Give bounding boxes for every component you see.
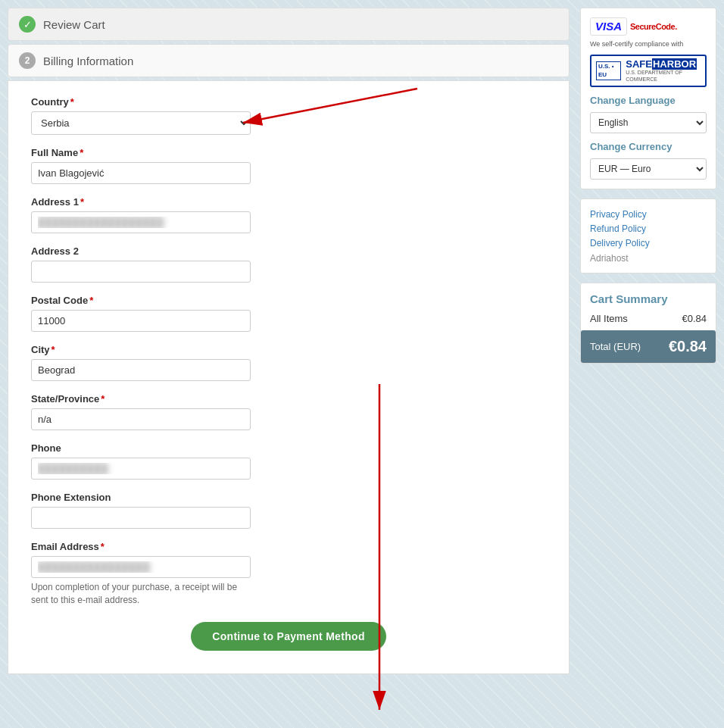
privacy-policy-link[interactable]: Privacy Policy xyxy=(590,209,647,220)
country-label: Country* xyxy=(31,96,546,108)
fullname-input[interactable] xyxy=(31,162,251,184)
phone-group: Phone xyxy=(31,442,546,480)
currency-select[interactable]: EUR — Euro USD — US Dollar GBP — Pound S… xyxy=(590,158,707,180)
policy-links: Privacy Policy Refund Policy Delivery Po… xyxy=(590,208,707,248)
step-2-number: 2 xyxy=(19,52,36,69)
refund-policy-link[interactable]: Refund Policy xyxy=(590,223,646,234)
sidebar: VISA SecureCode. We self-certify complia… xyxy=(580,8,716,674)
address2-label: Address 2 xyxy=(31,245,546,257)
address1-group: Address 1* xyxy=(31,196,546,233)
total-value: €0.84 xyxy=(669,338,707,355)
city-label: City* xyxy=(31,344,546,355)
state-group: State/Province* xyxy=(31,393,546,430)
change-language-section: Change Language English Français Deutsch… xyxy=(590,95,707,133)
phone-label: Phone xyxy=(31,442,546,454)
country-select[interactable]: Serbia United States Germany France Unit… xyxy=(31,111,251,135)
phone-ext-label: Phone Extension xyxy=(31,492,546,503)
logos-area: VISA SecureCode. We self-certify complia… xyxy=(590,17,707,87)
country-group: Country* Serbia United States Germany Fr… xyxy=(31,96,546,135)
cart-summary-card: Cart Summary All Items €0.84 Total (EUR)… xyxy=(580,283,716,364)
safeharbor-badge: U.S. • EU SAFEHARBOR U.S. DEPARTMENT OF … xyxy=(590,55,707,87)
step-check-icon: ✓ xyxy=(19,16,36,33)
step-review-cart: ✓ Review Cart xyxy=(8,8,570,41)
brand-name: Adriahost xyxy=(590,253,707,264)
continue-to-payment-button[interactable]: Continue to Payment Method xyxy=(191,622,385,651)
total-label: Total (EUR) xyxy=(590,341,641,352)
postal-group: Postal Code* xyxy=(31,295,546,332)
cart-total-bar: Total (EUR) €0.84 xyxy=(581,330,716,363)
phone-input[interactable] xyxy=(31,458,251,480)
certify-text: We self-certify compliance with xyxy=(590,40,683,48)
trust-logos-card: VISA SecureCode. We self-certify complia… xyxy=(580,8,716,189)
city-input[interactable] xyxy=(31,359,251,381)
delivery-policy-link[interactable]: Delivery Policy xyxy=(590,238,650,248)
fullname-label: Full Name* xyxy=(31,147,546,158)
postal-label: Postal Code* xyxy=(31,295,546,306)
step-billing-info-label: Billing Information xyxy=(43,55,133,67)
visa-logos: VISA SecureCode. xyxy=(590,17,677,36)
email-input[interactable] xyxy=(31,556,251,578)
address1-label: Address 1* xyxy=(31,196,546,208)
email-group: Email Address* Upon completion of your p… xyxy=(31,541,546,607)
all-items-label: All Items xyxy=(590,313,628,324)
city-group: City* xyxy=(31,344,546,381)
phone-ext-input[interactable] xyxy=(31,507,251,529)
email-label: Email Address* xyxy=(31,541,546,552)
step-billing-info-bar: 2 Billing Information xyxy=(8,44,570,77)
continue-btn-wrap: Continue to Payment Method xyxy=(31,622,546,651)
change-currency-label: Change Currency xyxy=(590,141,707,152)
address1-input[interactable] xyxy=(31,211,251,233)
address2-group: Address 2 xyxy=(31,245,546,283)
securecode-logo: SecureCode. xyxy=(630,22,677,31)
address2-input[interactable] xyxy=(31,261,251,283)
state-label: State/Province* xyxy=(31,393,546,405)
billing-form-container: Country* Serbia United States Germany Fr… xyxy=(8,80,570,674)
cart-all-items-row: All Items €0.84 xyxy=(590,313,707,324)
change-currency-section: Change Currency EUR — Euro USD — US Doll… xyxy=(590,141,707,180)
postal-input[interactable] xyxy=(31,310,251,332)
state-input[interactable] xyxy=(31,408,251,430)
fullname-group: Full Name* xyxy=(31,147,546,184)
all-items-value: €0.84 xyxy=(682,313,707,324)
step-review-cart-label: Review Cart xyxy=(43,18,105,31)
links-card: Privacy Policy Refund Policy Delivery Po… xyxy=(580,198,716,273)
visa-logo: VISA xyxy=(590,17,627,36)
language-select[interactable]: English Français Deutsch Español xyxy=(590,112,707,133)
receipt-note: Upon completion of your purchase, a rece… xyxy=(31,581,251,607)
phone-ext-group: Phone Extension xyxy=(31,492,546,529)
change-language-label: Change Language xyxy=(590,95,707,106)
cart-summary-title: Cart Summary xyxy=(590,292,707,305)
